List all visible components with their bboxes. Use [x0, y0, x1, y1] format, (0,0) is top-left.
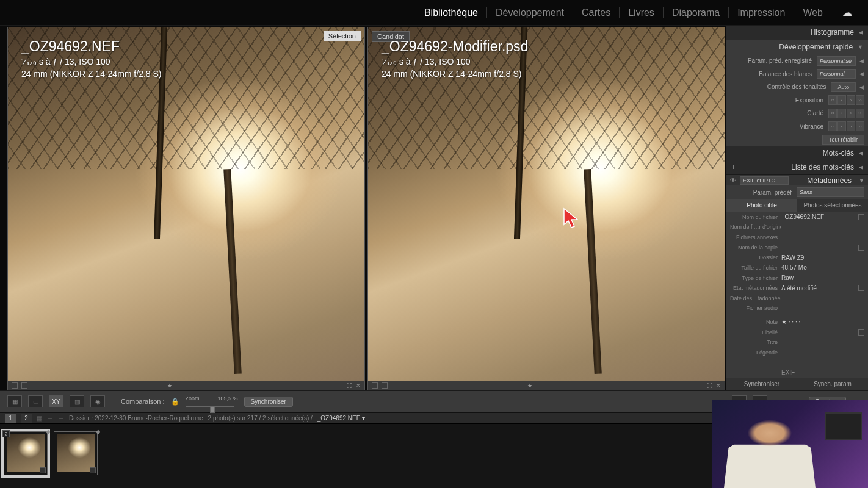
preset-label: Param. prédéf	[730, 189, 794, 196]
people-view-icon[interactable]: ◉	[90, 395, 105, 407]
sync-settings-button[interactable]: Synch. param	[797, 378, 868, 390]
preset-row: Param. prédéf Sans	[726, 185, 868, 199]
candidate-image[interactable]: Candidat _OZ94692-Modifier.psd ¹⁄₃₂₀ s à…	[368, 27, 725, 381]
vibrance-stepper[interactable]: ‹‹‹›››	[828, 121, 864, 131]
metadata-header-row: 👁 EXIF et IPTC Métadonnées ▼	[726, 175, 868, 186]
sync-button[interactable]: Synchroniser	[726, 378, 797, 390]
flag-reject-icon[interactable]	[21, 382, 27, 389]
flag-reject-icon[interactable]	[382, 382, 388, 389]
thumbnail[interactable]: 2 ◆	[4, 431, 48, 475]
back-icon[interactable]: ←	[47, 415, 53, 422]
saved-preset-select[interactable]: Personnalisé	[817, 56, 856, 66]
nav-slideshow[interactable]: Diaporama	[663, 7, 728, 18]
quick-develop-header[interactable]: Développement rapide▼	[726, 40, 868, 55]
reset-all-button[interactable]: Tout rétablir	[822, 135, 864, 145]
exposure-label: ¹⁄₃₂₀ s à ƒ / 13, ISO 100	[382, 56, 528, 68]
nav-develop[interactable]: Développement	[486, 7, 573, 18]
thumbnail[interactable]: ◆	[54, 431, 98, 475]
tone-control-row: Contrôle des tonalités Auto ◀	[726, 81, 868, 94]
image-info-overlay: _OZ94692.NEF ¹⁄₃₂₀ s à ƒ / 13, ISO 100 2…	[21, 38, 162, 80]
tab-selected-photos[interactable]: Photos sélectionnées	[797, 199, 868, 212]
grid-small-icon[interactable]: ▦	[37, 415, 42, 422]
action-icon[interactable]	[858, 285, 864, 291]
metadata-title[interactable]: Métadonnées	[807, 176, 852, 185]
meta-sidecar: Fichiers annexes	[726, 232, 868, 243]
cloud-sync-icon[interactable]: ☁	[831, 7, 861, 18]
nav-web[interactable]: Web	[794, 7, 831, 18]
wb-label: Balance des blancs	[730, 71, 814, 77]
current-file[interactable]: _OZ94692.NEF ▾	[317, 415, 365, 422]
exposure-stepper[interactable]: ‹‹‹›››	[828, 95, 864, 105]
meta-filesize: Taille du fichier48,57 Mo	[726, 263, 868, 273]
nav-maps[interactable]: Cartes	[573, 7, 619, 18]
keyword-list-header[interactable]: +Liste des mots-clés◀	[726, 160, 868, 175]
meta-rating: Note★ · · · ·	[726, 317, 868, 328]
photo-content	[8, 27, 364, 381]
rating-stars[interactable]: ★ · · · ·	[31, 382, 343, 389]
filename-label: _OZ94692.NEF	[21, 38, 162, 55]
histogram-header[interactable]: Histogramme◀	[726, 26, 868, 40]
selection-image[interactable]: Sélection _OZ94692.NEF ¹⁄₃₂₀ s à ƒ / 13,…	[8, 27, 364, 381]
unlink-icon[interactable]: ⛶	[707, 382, 712, 389]
vibrance-row: Vibrance ‹‹‹›››	[726, 120, 868, 134]
metadata-set-select[interactable]: EXIF et IPTC	[740, 176, 789, 185]
candidate-image-pane: Candidat _OZ94692-Modifier.psd ¹⁄₃₂₀ s à…	[367, 27, 725, 390]
loupe-view-icon[interactable]: ▭	[28, 395, 43, 407]
keywords-header[interactable]: Mots-clés◀	[726, 146, 868, 161]
nav-print[interactable]: Impression	[728, 7, 794, 18]
image-footer: ★ · · · · ⛶ ✕	[8, 381, 364, 390]
rating-stars[interactable]: ★ · · · ·	[391, 382, 703, 389]
sync-compare-button[interactable]: Synchroniser	[244, 396, 293, 407]
monitor-2-button[interactable]: 2	[21, 414, 32, 423]
meta-copyname: Nom de la copie	[726, 242, 868, 253]
metadata-tabs: Photo cible Photos sélectionnées	[726, 199, 868, 212]
clarity-stepper[interactable]: ‹‹‹›››	[828, 109, 864, 118]
white-balance-row: Balance des blancs Personnal. ◀	[726, 68, 868, 81]
meta-caption: Légende	[726, 348, 868, 358]
forward-icon[interactable]: →	[58, 415, 64, 422]
lock-icon[interactable]: 🔒	[171, 398, 179, 406]
right-panel: Histogramme◀ Développement rapide▼ Param…	[726, 26, 868, 390]
zoom-slider[interactable]	[186, 401, 234, 407]
unlink-icon[interactable]: ⛶	[347, 382, 352, 389]
top-navigation: Bibliothèque Développement Cartes Livres…	[0, 0, 868, 26]
folder-path[interactable]: Dossier : 2022-12-30 Brume-Rocher-Roqueb…	[69, 415, 203, 422]
main-area: Sélection _OZ94692.NEF ¹⁄₃₂₀ s à ƒ / 13,…	[0, 26, 868, 390]
saved-preset-label: Param. préd. enregistré	[730, 57, 814, 64]
photo-count: 2 photo(s) sur 217 / 2 sélectionnée(s) /	[208, 415, 313, 422]
preset-select[interactable]: Sans	[797, 187, 864, 197]
wb-select[interactable]: Personnal.	[817, 69, 856, 79]
eye-icon[interactable]: 👁	[730, 177, 736, 184]
close-icon[interactable]: ✕	[716, 382, 721, 389]
tab-target-photo[interactable]: Photo cible	[726, 199, 797, 212]
lens-label: 24 mm (NIKKOR Z 14-24mm f/2.8 S)	[382, 68, 528, 81]
expand-icon[interactable]: ◀	[858, 84, 864, 90]
compare-view-icon[interactable]: XY	[49, 395, 63, 407]
image-footer: ★ · · · · ⛶ ✕	[368, 381, 725, 390]
expand-icon[interactable]: ◀	[858, 58, 864, 64]
saved-preset-row: Param. préd. enregistré Personnalisé ◀	[726, 54, 868, 68]
close-icon[interactable]: ✕	[356, 382, 361, 389]
expand-icon[interactable]: ◀	[858, 71, 864, 77]
clarity-label: Clarté	[730, 110, 826, 117]
action-icon[interactable]	[858, 245, 864, 251]
flag-pick-icon[interactable]	[372, 382, 378, 389]
rating-stars[interactable]: ★ · · · ·	[781, 318, 864, 325]
action-icon[interactable]	[858, 329, 864, 336]
survey-view-icon[interactable]: ▥	[70, 395, 84, 407]
grid-view-icon[interactable]: ▦	[7, 395, 22, 407]
selection-image-pane: Sélection _OZ94692.NEF ¹⁄₃₂₀ s à ƒ / 13,…	[7, 27, 365, 390]
exposure-label: ¹⁄₃₂₀ s à ƒ / 13, ISO 100	[21, 56, 162, 68]
photo-content	[368, 27, 725, 381]
nav-library[interactable]: Bibliothèque	[416, 7, 486, 18]
nav-books[interactable]: Livres	[619, 7, 663, 18]
selection-badge: Sélection	[324, 31, 361, 41]
corner-marker: ◆	[96, 428, 101, 435]
zoom-value: 105,5 %	[218, 395, 238, 401]
compare-label: Comparaison :	[121, 398, 165, 405]
auto-tone-button[interactable]: Auto	[831, 82, 856, 92]
meta-filetype: Type de fichierRaw	[726, 273, 868, 283]
monitor-1-button[interactable]: 1	[5, 414, 16, 423]
action-icon[interactable]	[858, 214, 864, 220]
flag-pick-icon[interactable]	[12, 382, 18, 389]
